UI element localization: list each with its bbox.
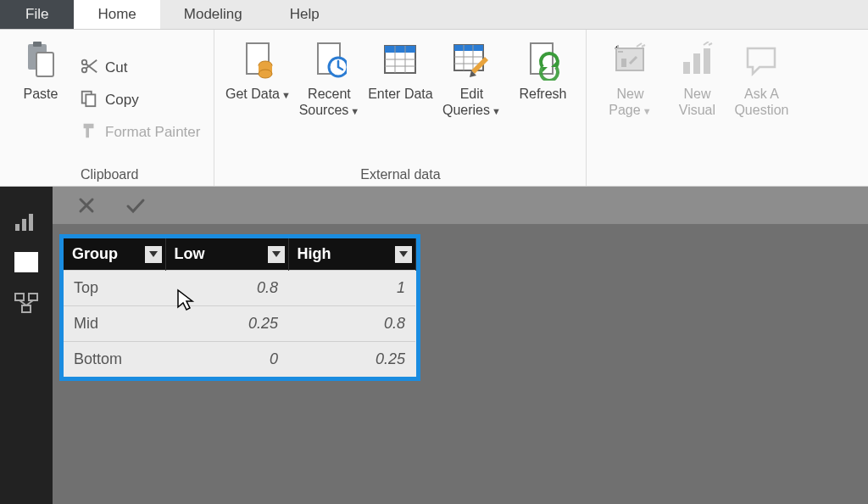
group-label-insert bbox=[693, 167, 696, 182]
format-painter-button[interactable]: Format Painter bbox=[76, 120, 203, 145]
paste-label: Paste bbox=[24, 86, 58, 120]
cell-high[interactable]: 0.8 bbox=[288, 306, 415, 342]
cell-group[interactable]: Top bbox=[64, 271, 165, 306]
cell-high[interactable]: 0.25 bbox=[288, 342, 415, 378]
ribbon-group-insert: New Page▼ New Visual Ask A Question bbox=[587, 30, 802, 186]
get-data-button[interactable]: Get Data▼ bbox=[225, 35, 291, 165]
recent-sources-button[interactable]: Recent Sources▼ bbox=[296, 35, 362, 165]
formula-bar bbox=[53, 187, 868, 224]
enter-data-label: Enter Data bbox=[368, 86, 432, 120]
tab-modeling[interactable]: Modeling bbox=[160, 0, 266, 29]
view-switcher bbox=[0, 187, 53, 504]
svg-rect-28 bbox=[621, 59, 626, 67]
svg-rect-31 bbox=[704, 48, 710, 74]
model-view-button[interactable] bbox=[12, 290, 41, 316]
svg-rect-15 bbox=[385, 46, 415, 53]
enter-data-button[interactable]: Enter Data bbox=[367, 35, 433, 165]
svg-rect-30 bbox=[693, 53, 700, 74]
copy-button[interactable]: Copy bbox=[76, 87, 203, 113]
tab-file[interactable]: File bbox=[0, 0, 74, 29]
refresh-button[interactable]: Refresh bbox=[509, 35, 576, 165]
table-row[interactable]: Mid 0.25 0.8 bbox=[64, 306, 415, 342]
new-page-label: New Page▼ bbox=[597, 86, 663, 120]
menu-tabbar: File Home Modeling Help bbox=[0, 0, 868, 30]
column-header-low[interactable]: Low bbox=[165, 238, 288, 271]
edit-queries-button[interactable]: Edit Queries▼ bbox=[438, 35, 504, 165]
svg-rect-32 bbox=[15, 224, 19, 231]
svg-rect-40 bbox=[15, 294, 24, 300]
svg-rect-33 bbox=[22, 219, 26, 231]
svg-rect-41 bbox=[29, 294, 37, 300]
scissors-icon bbox=[80, 57, 98, 80]
ribbon-group-clipboard: Paste Cut Copy Format Painter Clipboard bbox=[0, 30, 214, 186]
ribbon-group-external-data: Get Data▼ Recent Sources▼ Enter Data Edi… bbox=[214, 30, 587, 186]
recent-sources-label: Recent Sources▼ bbox=[296, 86, 362, 120]
edit-queries-label: Edit Queries▼ bbox=[438, 86, 504, 120]
column-header-group[interactable]: Group bbox=[64, 238, 165, 271]
brush-icon bbox=[80, 121, 98, 144]
cut-button[interactable]: Cut bbox=[76, 55, 203, 81]
refresh-icon bbox=[524, 38, 561, 82]
new-page-icon bbox=[611, 38, 648, 82]
tab-help[interactable]: Help bbox=[266, 0, 343, 29]
table-row[interactable]: Bottom 0 0.25 bbox=[64, 342, 415, 378]
format-painter-label: Format Painter bbox=[105, 124, 200, 141]
new-page-button[interactable]: New Page▼ bbox=[597, 35, 663, 165]
svg-rect-42 bbox=[22, 305, 31, 312]
cell-low[interactable]: 0.8 bbox=[165, 271, 288, 306]
data-table[interactable]: Group Low High bbox=[59, 234, 420, 381]
column-filter-button[interactable] bbox=[395, 246, 412, 263]
group-label-external: External data bbox=[360, 167, 440, 182]
new-visual-icon bbox=[678, 38, 715, 82]
column-header-high[interactable]: High bbox=[288, 238, 415, 271]
svg-rect-34 bbox=[29, 214, 33, 231]
cell-low[interactable]: 0.25 bbox=[165, 306, 288, 342]
recent-sources-icon bbox=[311, 38, 347, 82]
svg-rect-1 bbox=[33, 42, 42, 47]
svg-rect-35 bbox=[15, 253, 37, 272]
column-filter-button[interactable] bbox=[268, 246, 285, 263]
paste-button[interactable]: Paste bbox=[15, 35, 66, 165]
cell-low[interactable]: 0 bbox=[165, 342, 288, 378]
group-label-clipboard: Clipboard bbox=[81, 167, 138, 182]
cell-high[interactable]: 1 bbox=[288, 271, 415, 306]
column-header-label: Group bbox=[72, 245, 118, 262]
column-filter-button[interactable] bbox=[145, 246, 162, 263]
copy-label: Copy bbox=[105, 92, 139, 109]
enter-data-icon bbox=[381, 38, 419, 82]
refresh-label: Refresh bbox=[519, 86, 566, 120]
svg-rect-21 bbox=[454, 45, 483, 51]
column-header-label: Low bbox=[175, 245, 205, 262]
ask-question-button[interactable]: Ask A Question bbox=[731, 35, 792, 165]
cut-label: Cut bbox=[105, 59, 127, 76]
get-data-label: Get Data▼ bbox=[225, 86, 291, 120]
workspace: Group Low High bbox=[0, 187, 868, 504]
ask-question-label: Ask A Question bbox=[731, 86, 792, 120]
canvas: Group Low High bbox=[53, 187, 868, 504]
tab-home[interactable]: Home bbox=[74, 0, 159, 29]
new-visual-button[interactable]: New Visual bbox=[668, 35, 726, 165]
copy-icon bbox=[80, 89, 98, 112]
svg-point-11 bbox=[259, 70, 272, 78]
paste-icon bbox=[23, 38, 58, 82]
cancel-formula-button[interactable] bbox=[75, 193, 98, 217]
svg-rect-2 bbox=[36, 53, 53, 76]
table-row[interactable]: Top 0.8 1 bbox=[64, 271, 415, 306]
table-header-row: Group Low High bbox=[64, 238, 415, 271]
ask-question-icon bbox=[743, 38, 780, 82]
cell-group[interactable]: Bottom bbox=[64, 342, 165, 378]
cell-group[interactable]: Mid bbox=[64, 306, 165, 342]
data-view-button[interactable] bbox=[12, 249, 41, 275]
get-data-icon bbox=[240, 38, 275, 82]
svg-rect-29 bbox=[683, 62, 690, 74]
report-view-button[interactable] bbox=[12, 209, 41, 234]
new-visual-label: New Visual bbox=[668, 86, 726, 120]
commit-formula-button[interactable] bbox=[124, 193, 147, 217]
edit-queries-icon bbox=[451, 38, 492, 82]
ribbon: Paste Cut Copy Format Painter Clipboard bbox=[0, 30, 868, 187]
column-header-label: High bbox=[298, 245, 331, 262]
svg-rect-6 bbox=[86, 94, 95, 106]
